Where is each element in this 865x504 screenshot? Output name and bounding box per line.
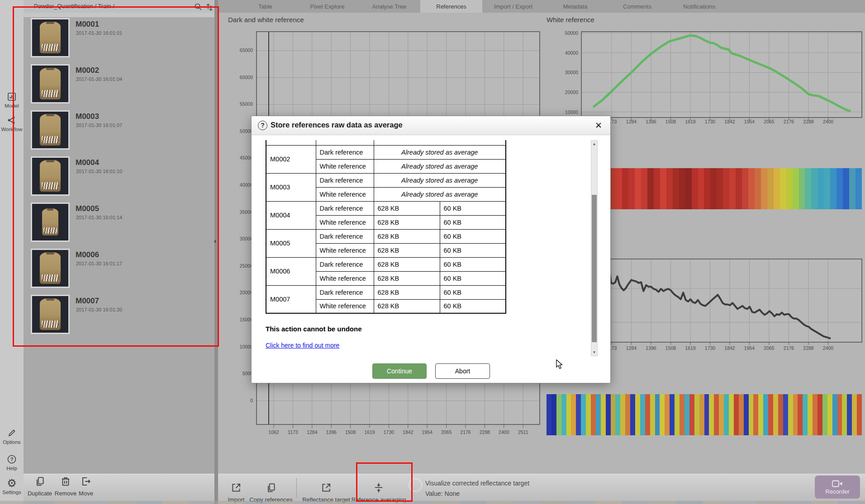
scroll-down-icon[interactable]: ▼	[591, 349, 597, 356]
sample-name: M0006	[76, 250, 99, 259]
scroll-up-icon[interactable]: ▲	[591, 141, 597, 147]
list-item-m0005[interactable]: M00052017-01-30 16:01:14	[24, 203, 214, 244]
export-square-icon	[230, 482, 242, 494]
powder-bag-image	[40, 298, 61, 330]
list-item-m0002[interactable]: M00022017-01-30 16:01:04	[24, 64, 214, 106]
list-item-m0003[interactable]: M00032017-01-30 16:01:07	[24, 110, 214, 152]
size-cell: 628 KB	[374, 257, 440, 271]
continue-button[interactable]: Continue	[372, 363, 427, 379]
reflectance-target-button[interactable]: Reflectance target	[299, 482, 353, 503]
copy-icon	[265, 482, 277, 494]
move-out-icon	[80, 476, 92, 487]
axis-tick-label: 35000	[228, 209, 253, 215]
axis-tick-label: 2176	[456, 429, 475, 435]
sample-name-cell: M0005	[266, 229, 316, 257]
axis-tick-label: 2176	[779, 345, 799, 351]
panel-separator[interactable]	[214, 0, 218, 504]
references-table-viewport: M0002Dark referenceAlready stored as ave…	[266, 140, 507, 314]
question-circle-icon: ?	[258, 121, 267, 130]
visualize-toggle[interactable]	[409, 478, 422, 492]
move-button[interactable]: Move	[76, 476, 96, 497]
pencil-icon	[6, 428, 18, 438]
axis-tick-label: 2288	[798, 119, 818, 124]
abort-button[interactable]: Abort	[435, 363, 490, 379]
dialog-scrollbar[interactable]: ▲ ▼	[591, 140, 598, 356]
size-cell: 60 KB	[440, 285, 506, 299]
duplicate-button[interactable]: Duplicate	[26, 476, 53, 497]
status-cell	[374, 140, 506, 145]
find-out-more-link[interactable]: Click here to find out more	[266, 342, 339, 349]
reference-type-cell: Dark reference	[316, 257, 374, 271]
sample-thumbnail	[31, 249, 70, 288]
axis-tick-label: 1842	[398, 429, 418, 435]
axis-tick-label: 5000	[228, 371, 253, 376]
sample-thumbnail	[31, 110, 70, 150]
breadcrumb[interactable]: Powder_Quantification / Train /	[34, 3, 114, 9]
tab-comments[interactable]: Comments	[606, 0, 668, 13]
white-reference-chart	[581, 32, 862, 121]
list-item-m0006[interactable]: M00062017-01-30 16:01:17	[24, 249, 214, 290]
tab-import-export[interactable]: Import / Export	[482, 0, 544, 13]
mouse-cursor	[556, 359, 566, 370]
sample-name-cell: M0007	[266, 285, 316, 313]
sort-arrows-icon[interactable]	[204, 2, 214, 12]
sidebar-item-options[interactable]: Options	[0, 428, 24, 445]
sample-list-top-strip	[24, 13, 214, 17]
axis-tick-label: 65000	[228, 47, 253, 53]
collapse-panel-icon[interactable]: ‹	[214, 237, 216, 245]
reference-type-cell: White reference	[316, 159, 374, 173]
copy-references-button[interactable]: Copy references	[247, 482, 295, 503]
sidebar-item-workflow[interactable]: Workflow	[0, 115, 24, 132]
dialog-titlebar[interactable]: ? Store references raw data as average ✕	[252, 116, 610, 135]
search-icon[interactable]	[194, 2, 203, 11]
reference-band-bottom	[547, 394, 862, 435]
sample-timestamp: 2017-01-30 16:01:20	[76, 307, 122, 312]
close-icon[interactable]: ✕	[595, 120, 602, 131]
reference-type-cell: White reference	[316, 243, 374, 257]
axis-tick-label: 1508	[661, 119, 681, 124]
axis-tick-label: 50000	[228, 128, 253, 134]
svg-text:?: ?	[10, 457, 14, 462]
size-cell: 60 KB	[440, 201, 506, 215]
remove-button[interactable]: Remove	[54, 476, 77, 497]
list-item-m0007[interactable]: M00072017-01-30 16:01:20	[24, 295, 214, 336]
recorder-button[interactable]: Recorder	[815, 476, 860, 499]
sample-thumbnail	[31, 203, 70, 242]
tab-table[interactable]: Table	[234, 0, 296, 13]
tab-references[interactable]: References	[420, 0, 482, 13]
tab-analyse-tree[interactable]: Analyse Tree	[358, 0, 420, 13]
axis-tick-label: 55000	[228, 101, 253, 107]
tab-notifications[interactable]: Notifications	[668, 0, 730, 13]
list-item-m0001[interactable]: M00012017-01-30 16:01:01	[24, 18, 214, 60]
tab-metadata[interactable]: Metadata	[544, 0, 606, 13]
import-button[interactable]: Import	[224, 482, 248, 503]
size-cell: 60 KB	[440, 299, 506, 313]
size-cell: 628 KB	[374, 215, 440, 229]
sidebar-item-help[interactable]: ? Help	[0, 454, 24, 471]
axis-tick-label: 1508	[341, 429, 361, 435]
axis-tick-label: 30000	[228, 236, 253, 241]
sample-timestamp: 2017-01-30 16:01:07	[76, 122, 122, 128]
powder-bag-image	[40, 160, 61, 192]
sample-name: M0001	[76, 20, 99, 29]
size-cell: 628 KB	[374, 271, 440, 285]
axis-tick-label: 1730	[379, 429, 399, 435]
video-camera-icon	[832, 480, 843, 488]
list-item-m0004[interactable]: M00042017-01-30 16:01:10	[24, 156, 214, 198]
bar-chart-icon	[6, 91, 18, 102]
sidebar-item-model[interactable]: Model	[0, 91, 24, 108]
powder-bag-image	[42, 208, 59, 236]
toolbar-divider	[296, 478, 297, 498]
size-cell: 60 KB	[440, 243, 506, 257]
sidebar-item-settings[interactable]: ⚙ Settings	[0, 478, 24, 495]
axis-tick-label: 10000	[228, 344, 253, 349]
reference-type-cell: Dark reference	[316, 145, 374, 159]
tab-pixel-explore[interactable]: Pixel Explore	[296, 0, 358, 13]
warning-text: This action cannot be undone	[266, 325, 362, 333]
axis-tick-label: 0	[228, 398, 253, 403]
sample-name: M0005	[76, 204, 99, 213]
axis-tick-label: 2288	[798, 345, 818, 351]
scrollbar-thumb[interactable]	[592, 195, 597, 342]
sample-thumbnail	[31, 18, 70, 57]
reference-averaging-button[interactable]: Reference averaging	[349, 482, 408, 503]
